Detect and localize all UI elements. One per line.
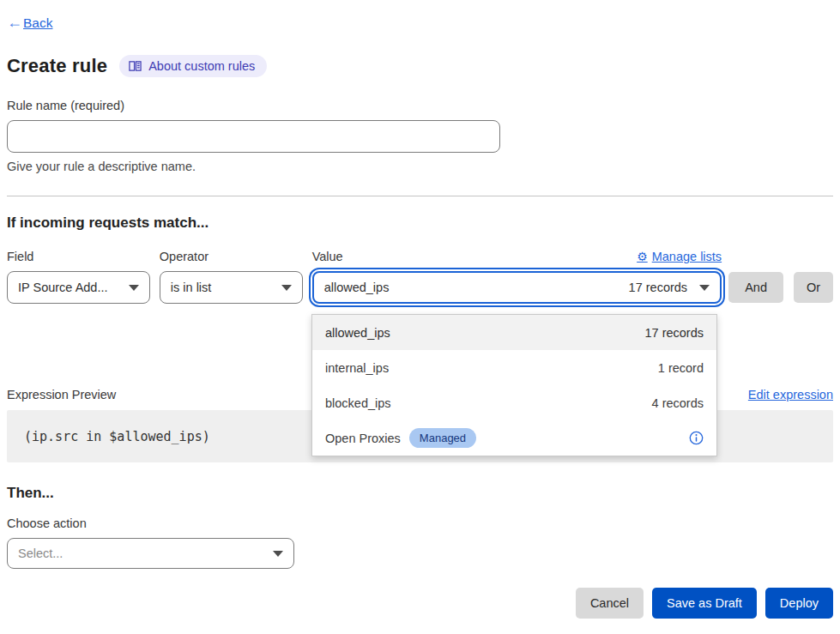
rule-name-input[interactable] xyxy=(7,120,500,153)
field-column: Field IP Source Add... xyxy=(7,250,150,304)
expression-code: (ip.src in $allowed_ips) xyxy=(24,429,210,444)
choose-action-label: Choose action xyxy=(7,516,833,530)
value-select[interactable]: allowed_ips 17 records xyxy=(312,271,722,304)
list-item-name: blocked_ips xyxy=(325,396,391,410)
back-arrow-icon: ← xyxy=(7,14,22,32)
manage-lists-link[interactable]: ⚙ Manage lists xyxy=(637,250,722,263)
expression-preview-label: Expression Preview xyxy=(7,388,116,402)
managed-badge: Managed xyxy=(409,428,476,448)
list-item-records: 1 record xyxy=(658,361,704,375)
list-item-records: 4 records xyxy=(652,396,704,410)
list-item-name: Open Proxies xyxy=(325,432,401,445)
back-row: ←Back xyxy=(7,0,833,32)
list-item-records: 17 records xyxy=(644,326,704,340)
create-rule-page: ←Back Create rule About custom rules Rul… xyxy=(0,0,840,634)
edit-expression-link[interactable]: Edit expression xyxy=(748,388,833,402)
rule-name-label: Rule name (required) xyxy=(7,99,833,112)
then-section-heading: Then... xyxy=(7,485,833,502)
chevron-down-icon xyxy=(273,551,283,557)
about-custom-rules-link[interactable]: About custom rules xyxy=(119,55,267,77)
section-divider xyxy=(7,196,833,196)
value-label: Value xyxy=(312,250,343,263)
page-title: Create rule xyxy=(7,55,107,77)
title-row: Create rule About custom rules xyxy=(7,55,833,77)
rule-name-helper: Give your rule a descriptive name. xyxy=(7,160,833,173)
info-icon[interactable] xyxy=(689,431,704,445)
match-section-heading: If incoming requests match... xyxy=(7,214,833,232)
value-column: Value ⚙ Manage lists allowed_ips 17 reco… xyxy=(312,250,722,304)
field-select-value: IP Source Add... xyxy=(18,281,120,294)
list-item[interactable]: blocked_ips 4 records xyxy=(312,385,716,420)
deploy-button[interactable]: Deploy xyxy=(765,588,833,619)
book-icon xyxy=(129,60,142,72)
condition-row: Field IP Source Add... Operator is in li… xyxy=(7,250,833,304)
and-button[interactable]: And xyxy=(728,272,783,303)
gear-icon: ⚙ xyxy=(637,250,648,263)
list-item-name: allowed_ips xyxy=(325,326,390,340)
list-item[interactable]: Open Proxies Managed xyxy=(312,420,716,456)
list-item[interactable]: internal_ips 1 record xyxy=(312,350,716,385)
operator-select-value: is in list xyxy=(171,281,273,294)
back-link[interactable]: Back xyxy=(23,15,52,31)
field-select[interactable]: IP Source Add... xyxy=(7,271,150,304)
operator-label: Operator xyxy=(160,250,303,263)
chevron-down-icon xyxy=(699,285,710,291)
chevron-down-icon xyxy=(281,285,292,291)
value-label-row: Value ⚙ Manage lists xyxy=(312,250,722,263)
operator-select[interactable]: is in list xyxy=(160,271,303,304)
list-item-name: internal_ips xyxy=(325,361,389,375)
action-select[interactable]: Select... xyxy=(7,538,294,569)
chevron-down-icon xyxy=(129,285,139,291)
or-button[interactable]: Or xyxy=(794,272,833,303)
value-select-records: 17 records xyxy=(629,281,688,294)
footer-actions: Cancel Save as Draft Deploy xyxy=(7,588,833,619)
operator-column: Operator is in list xyxy=(160,250,303,304)
field-label: Field xyxy=(7,250,150,263)
action-select-placeholder: Select... xyxy=(18,546,264,560)
value-dropdown-panel: allowed_ips 17 records internal_ips 1 re… xyxy=(311,314,717,456)
cancel-button[interactable]: Cancel xyxy=(576,588,644,619)
save-as-draft-button[interactable]: Save as Draft xyxy=(652,588,757,619)
manage-lists-label: Manage lists xyxy=(652,250,722,263)
value-select-value: allowed_ips xyxy=(324,281,629,294)
about-custom-rules-label: About custom rules xyxy=(148,59,255,73)
list-item[interactable]: allowed_ips 17 records xyxy=(312,315,716,350)
